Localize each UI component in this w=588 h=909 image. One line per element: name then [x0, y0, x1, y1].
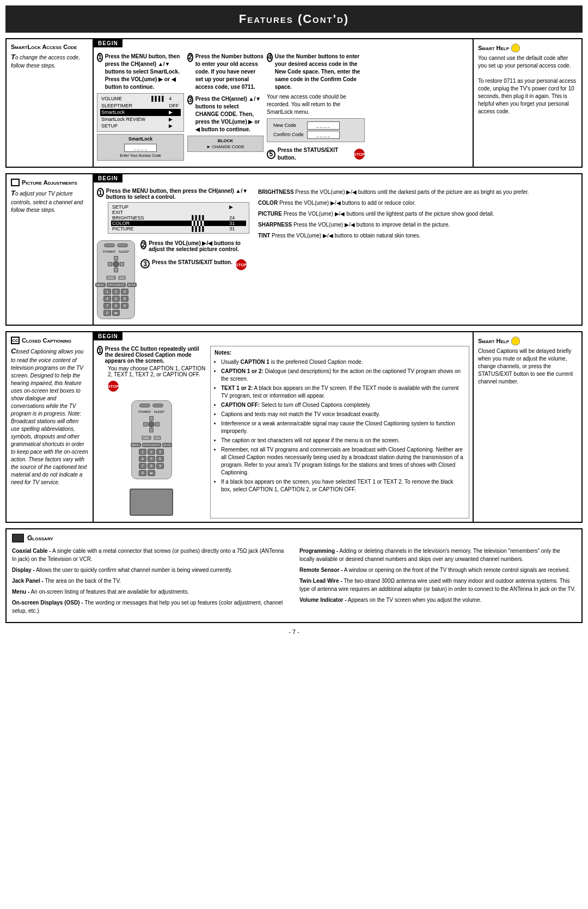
step5-text: Press the STATUS/EXIT button. [278, 147, 351, 162]
picture-section: Picture Adjustments To adjust your TV pi… [5, 173, 583, 326]
glossary-section: Glossary Coaxial Cable - A single cable … [5, 528, 583, 623]
cc-display-area [97, 486, 206, 518]
menu-btn-remote: MENU [95, 283, 106, 287]
ch-label: CH [118, 276, 126, 280]
status-btn-remote: STATUS/EXIT [107, 283, 126, 287]
cc-num8: 8 [148, 463, 155, 469]
step3-text: Press the CH(annel) ▲/▼ buttons to selec… [195, 95, 264, 133]
cc-dpad-right [155, 422, 160, 426]
num1: 1 [103, 289, 111, 295]
smartlock-left-panel: SmartLock Access Code To change the acce… [7, 39, 94, 167]
smartlock-title-text: SmartLock Access Code [11, 44, 77, 50]
cc-step1-num: 1 [97, 346, 103, 355]
dpad-left [108, 262, 112, 266]
cc-num3: 3 [156, 449, 164, 455]
vol-ch-buttons: VOL CH [106, 276, 126, 280]
remote-numpad-picture: 1 2 3 4 5 6 7 8 9 0 ⬅ [103, 289, 128, 316]
smart-help-body-cc: Closed Captions will be delayed briefly … [478, 347, 577, 386]
glossary-coaxial: Coaxial Cable - A single cable with a me… [12, 547, 289, 563]
cc-section: CC Closed Captioning Closed Captioning a… [5, 331, 583, 523]
cc-title-text: Closed Captioning [22, 337, 71, 344]
remote-sensor-term: Remote Sensor - [299, 567, 342, 573]
pic-step2-text: Press the VOL(ume) ▶/◀ buttons to adjust… [149, 240, 249, 252]
cc-note-9: If a black box appears on the screen, yo… [221, 478, 465, 493]
cc-num-prev: ⬅ [148, 470, 155, 476]
cc-notes-title: Notes: [215, 349, 465, 357]
cc-display-mockup [130, 489, 173, 516]
remote-picture: POWER SLEEP [97, 240, 135, 319]
cc-left-panel: CC Closed Captioning Closed Captioning a… [7, 332, 94, 522]
cc-dpad-center [148, 421, 155, 428]
jack-panel-term: Jack Panel - [12, 578, 44, 584]
glossary-title-text: Glossary [27, 534, 53, 542]
smartlock-main: BEGIN 1 Press the MENU button, then pres… [94, 39, 473, 167]
picture-body-text: o adjust your TV picture controls, selec… [11, 191, 83, 212]
begin-label-smartlock: BEGIN [94, 39, 122, 47]
smartlock-label: SmartLock [101, 136, 180, 143]
picture-text: Press the VOL(ume) ▶/◀ buttons until the… [284, 211, 494, 217]
glossary-remote-sensor: Remote Sensor - A window or opening on t… [299, 566, 576, 574]
picture-section-title: Picture Adjustments [11, 179, 88, 186]
smartlock-description: To change the access code, follow these … [11, 52, 88, 70]
picture-steps-content: 1 Press the MENU button, then press the … [94, 185, 581, 325]
smartlock-section: SmartLock Access Code To change the acce… [5, 38, 583, 168]
smart-help-label-smartlock: Smart Help [478, 45, 509, 51]
volume-indicator-def: Appears on the TV screen when you adjust… [348, 597, 482, 603]
cc-num1: 1 [139, 449, 146, 455]
smartlock-section-title: SmartLock Access Code [11, 44, 88, 50]
new-code-label: New Code [272, 121, 305, 130]
smart-help-label-cc: Smart Help [478, 338, 509, 344]
new-confirm-code-box: New Code _ _ _ _ Confirm Code _ _ _ _ [267, 118, 365, 142]
glossary-programming: Programming - Adding or deleting channel… [299, 547, 576, 563]
glossary-volume-indicator: Volume Indicator - Appears on the TV scr… [299, 596, 576, 604]
cc-note-2: CAPTION 1 or 2: Dialogue (and descriptio… [221, 368, 465, 383]
glossary-twin-lead: Twin Lead Wire - The two-strand 300Ω ant… [299, 577, 576, 593]
remote-dpad [108, 256, 124, 272]
smartlock-step-4: 4 Use the Number buttons to enter your d… [267, 53, 365, 163]
osd-term: On-screen Displays (OSD) - [12, 600, 83, 606]
power-label: POWER [103, 250, 115, 253]
smart-help-title-cc: Smart Help [478, 337, 577, 345]
step2-num: 2 [187, 53, 193, 62]
step4-text: Use the Number buttons to enter your des… [275, 53, 365, 91]
brightness-desc: BRIGHTNESS Press the VOL(ume) ▶/◀ button… [258, 188, 578, 196]
smartlock-enter-code-box: SmartLock _ _ _ _ Enter Your Access Code [97, 134, 184, 161]
picture-step-1-container: 1 Press the MENU button, then press the … [97, 188, 249, 236]
menu-status-mute: MENU STATUS/EXIT MUTE [95, 283, 137, 287]
jack-panel-def: The area on the back of the TV. [45, 578, 121, 584]
cc-smart-help: Smart Help Closed Captions will be delay… [473, 332, 581, 522]
cc-dpad-down [149, 428, 154, 432]
num6: 6 [121, 296, 128, 302]
cc-note-5: Captions and texts may not match the TV … [221, 411, 465, 418]
block-label: BLOCK [191, 138, 260, 144]
cc-note-3: TEXT 1 or 2: A black box appears on the … [221, 385, 465, 400]
menu-term: Menu - [12, 589, 29, 595]
cc-section-title: CC Closed Captioning [11, 337, 88, 344]
cc-note-6: Interference or a weak antenna/cable sig… [221, 420, 465, 435]
volume-indicator-term: Volume Indicator - [299, 597, 347, 603]
cc-remote-top [139, 404, 163, 407]
pic-step2-num: 2 [140, 240, 146, 249]
remote-body-cc: POWER SLEEP VOL CH [131, 400, 172, 479]
picture-title-text: Picture Adjustments [22, 179, 77, 186]
dpad-down [114, 268, 118, 272]
smartlock-step-2: 2 Press the Number buttons to enter your… [187, 53, 264, 163]
cc-status-btn: STATUS/EXIT [142, 443, 161, 447]
cc-content: 1 Press the CC button repeatedly until t… [94, 343, 473, 522]
picture-descriptions: BRIGHTNESS Press the VOL(ume) ▶/◀ button… [258, 188, 578, 242]
cc-dpad-left [143, 422, 148, 426]
book-icon [12, 534, 24, 542]
picture-italic-t: T [11, 189, 15, 197]
power-btn [104, 243, 115, 247]
picture-step-2: 2 Press the VOL(ume) ▶/◀ buttons to adju… [140, 240, 249, 254]
menu-def: An on-screen listing of features that ar… [30, 589, 189, 595]
cc-num2: 2 [148, 449, 155, 455]
pic-step3-num: 3 [140, 259, 150, 269]
pic-step1-text: Press the MENU button, then press the CH… [106, 188, 249, 200]
glossary-display: Display - Allows the user to quickly con… [12, 566, 289, 574]
glossary-osd: On-screen Displays (OSD) - The wording o… [12, 599, 289, 615]
bulb-icon-smartlock [511, 44, 520, 52]
stop-button-cc: STOP [108, 381, 119, 392]
num7: 7 [103, 303, 111, 309]
twin-lead-term: Twin Lead Wire - [299, 578, 342, 584]
